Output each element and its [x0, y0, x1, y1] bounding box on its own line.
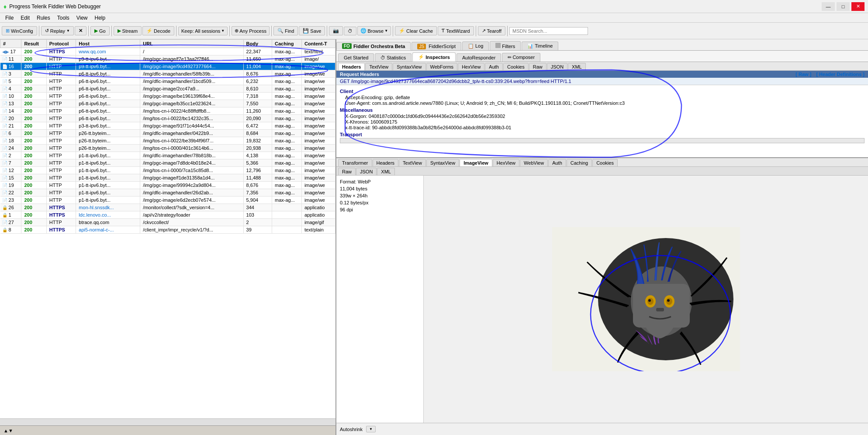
tab-timeline[interactable]: 📊Timeline	[522, 41, 558, 50]
table-row[interactable]: 📄 23200HTTPp1-tt-ipv6.byt.../img/pgc-ima…	[0, 197, 335, 204]
x-button[interactable]: ✕	[75, 26, 86, 35]
req-tab-webforms[interactable]: WebForms	[426, 63, 458, 70]
resp-subtab-json[interactable]: JSON	[356, 168, 377, 175]
col-header-url[interactable]: URL	[140, 40, 243, 48]
close-button[interactable]: ✕	[851, 2, 865, 11]
table-row[interactable]: 📄 22200HTTPp1-tt-ipv6.byt.../img/dfic-im…	[0, 189, 335, 197]
menu-rules[interactable]: Rules	[33, 14, 54, 22]
req-tab-cookies[interactable]: Cookies	[503, 63, 529, 70]
col-header-body[interactable]: Body	[243, 40, 272, 48]
col-header-host[interactable]: Host	[76, 40, 140, 48]
textwizard-button[interactable]: Ƭ TextWizard	[438, 26, 474, 35]
req-tab-json[interactable]: JSON	[547, 63, 567, 70]
decode-button[interactable]: ⚡ Decode	[142, 26, 174, 35]
tearoff-button[interactable]: ↗ Tearoff	[478, 26, 505, 35]
table-row[interactable]: 📄 6200HTTPp26-tt.byteim.../img/dfic-imag…	[0, 130, 335, 137]
req-tab-hexview[interactable]: HexView	[458, 63, 484, 70]
keep-sessions-dropdown[interactable]: Keep: All sessions ▼	[178, 27, 228, 35]
menu-tools[interactable]: Tools	[54, 14, 73, 22]
cell-url: /img/pgc-image/7d8dc4b018e24...	[140, 159, 243, 167]
req-tab-syntaxview[interactable]: SyntaxView	[393, 63, 425, 70]
table-row[interactable]: 📄 10200HTTPp6-tt-ipv6.byt.../img/pgc-ima…	[0, 93, 335, 100]
table-row[interactable]: 📄 14200HTTPp6-tt-ipv6.byt.../img/tos-cn-…	[0, 107, 335, 115]
cell-protocol: HTTP	[46, 70, 76, 78]
table-row[interactable]: 📄 27200HTTPbtrace.qq.com/ckvccollect/2im…	[0, 219, 335, 226]
table-row[interactable]: 📄 18200HTTPp26-tt.byteim.../img/tos-cn-i…	[0, 137, 335, 145]
tab-inspectors[interactable]: ⚡Inspectors	[412, 52, 456, 62]
req-tab-auth[interactable]: Auth	[485, 63, 503, 70]
request-scroll-indicator[interactable]	[340, 138, 865, 143]
replay-button[interactable]: ↺ Replay ▼	[41, 26, 74, 35]
table-row[interactable]: 📄 11200HTTPp9-tt-ipv6.byt.../img/pgc-ima…	[0, 55, 335, 63]
raw-link[interactable]: [ Raw ]	[795, 72, 811, 77]
table-row[interactable]: 📄 3200HTTPp6-tt-ipv6.byt.../img/dfic-ima…	[0, 70, 335, 78]
stream-button[interactable]: ▶ Stream	[114, 26, 142, 35]
resp-subtab-xml[interactable]: XML	[377, 168, 395, 175]
table-row[interactable]: 📄 4200HTTPp6-tt-ipv6.byt.../img/pgc-imag…	[0, 85, 335, 93]
resp-subtab-raw[interactable]: Raw	[338, 168, 356, 175]
tab-log[interactable]: 📋Log	[462, 41, 489, 50]
table-row[interactable]: 📄 2200HTTPp1-tt-ipv6.byt.../img/dfic-ima…	[0, 152, 335, 159]
col-header-number[interactable]: #	[0, 40, 21, 48]
any-process-dropdown[interactable]: ⊕ Any Process	[232, 26, 270, 35]
req-tab-raw[interactable]: Raw	[529, 63, 546, 70]
col-header-content[interactable]: Content-T	[301, 40, 335, 48]
tab-filters[interactable]: Filters	[490, 41, 521, 50]
resp-tab-webview[interactable]: WebView	[520, 159, 548, 166]
resp-tab-headers[interactable]: Headers	[373, 159, 399, 166]
menu-file[interactable]: File	[2, 14, 17, 22]
sessions-table[interactable]: # Result Protocol Host URL Body Caching …	[0, 39, 335, 418]
resp-tab-textview[interactable]: TextView	[399, 159, 426, 166]
clear-cache-button[interactable]: ⚡ Clear Cache	[395, 26, 437, 35]
go-button[interactable]: ▶ Go	[90, 26, 110, 35]
req-tab-textview[interactable]: TextView	[365, 63, 392, 70]
req-tab-xml[interactable]: XML	[568, 63, 586, 70]
table-row[interactable]: 📄 19200HTTPp1-tt-ipv6.byt.../img/pgc-ima…	[0, 182, 335, 189]
resp-tab-caching[interactable]: Caching	[567, 159, 592, 166]
autoshrink-dropdown[interactable]: ▼	[366, 426, 376, 432]
col-header-protocol[interactable]: Protocol	[46, 40, 76, 48]
menu-help[interactable]: Help	[91, 14, 109, 22]
resp-tab-transformer[interactable]: Transformer	[338, 159, 372, 166]
msdn-search-input[interactable]	[509, 27, 588, 35]
sessions-scrollbar-h[interactable]	[0, 418, 335, 425]
tab-statistics[interactable]: ⏱Statistics	[375, 53, 412, 62]
save-button[interactable]: 💾 Save	[299, 26, 325, 35]
screenshot-button[interactable]: 📷	[329, 26, 343, 35]
tab-fiddler-orchestra[interactable]: FO Fiddler Orchestra Beta	[336, 42, 411, 50]
minimize-button[interactable]: —	[822, 2, 835, 11]
table-row[interactable]: 📄 5200HTTPp6-tt-ipv6.byt.../img/dfic-ima…	[0, 78, 335, 85]
timer-button[interactable]: ⏱	[344, 27, 356, 35]
header-defs-link[interactable]: [ Header Definitions ]	[816, 72, 865, 77]
table-row[interactable]: 📄 7200HTTPp1-tt-ipv6.byt.../img/pgc-imag…	[0, 159, 335, 167]
table-row[interactable]: 📄 21200HTTPp3-tt-ipv6.byt.../img/pgc-ima…	[0, 122, 335, 130]
tab-composer[interactable]: ✏Composer	[502, 53, 540, 62]
req-tab-headers[interactable]: Headers	[338, 63, 365, 70]
table-row[interactable]: 📄 13200HTTPp6-tt-ipv6.byt.../img/pgc-ima…	[0, 100, 335, 107]
table-row[interactable]: 📄 15200HTTPp1-tt-ipv6.byt.../img/pgc-ima…	[0, 174, 335, 182]
table-row[interactable]: 🔒 26200HTTPSmon-hl.snssdk.../monitor/col…	[0, 204, 335, 211]
table-row[interactable]: 📄 16200HTTPp9-tt-ipv6.byt.../img/pgc-ima…	[0, 63, 335, 70]
resp-tab-hexview[interactable]: HexView	[493, 159, 519, 166]
table-row[interactable]: 🔒 8200HTTPSapi5-normal-c-.../client_impr…	[0, 226, 335, 234]
tab-fiddlerscript[interactable]: JS FiddlerScript	[412, 42, 461, 50]
table-row[interactable]: ◀▶ 17200HTTPSwww.qq.com/22,347max-ag...t…	[0, 48, 335, 55]
menu-edit[interactable]: Edit	[17, 14, 33, 22]
resp-tab-auth[interactable]: Auth	[548, 159, 566, 166]
winconfig-button[interactable]: ⊞ WinConfig	[2, 26, 37, 35]
tab-autoresponder[interactable]: AutoResponder	[456, 53, 501, 62]
maximize-button[interactable]: □	[837, 2, 850, 11]
table-row[interactable]: 📄 24200HTTPp26-tt.byteim.../img/tos-cn-i…	[0, 145, 335, 152]
col-header-caching[interactable]: Caching	[272, 40, 302, 48]
tab-get-started[interactable]: Get Started	[338, 53, 374, 62]
browse-dropdown[interactable]: 🌐 Browse ▼	[357, 26, 391, 35]
table-row[interactable]: 📄 12200HTTPp1-tt-ipv6.byt.../img/tos-cn-…	[0, 167, 335, 174]
col-header-result[interactable]: Result	[21, 40, 46, 48]
resp-tab-imageview[interactable]: ImageView	[460, 159, 492, 166]
find-button[interactable]: 🔍 Find	[273, 26, 298, 35]
table-row[interactable]: 🔒 1200HTTPSldc.lenovo.co.../api/v2/strat…	[0, 211, 335, 219]
resp-tab-cookies[interactable]: Cookies	[592, 159, 618, 166]
menu-view[interactable]: View	[73, 14, 91, 22]
table-row[interactable]: 📄 20200HTTPp6-tt-ipv6.byt.../img/tos-cn-…	[0, 115, 335, 122]
resp-tab-syntaxview[interactable]: SyntaxView	[426, 159, 459, 166]
